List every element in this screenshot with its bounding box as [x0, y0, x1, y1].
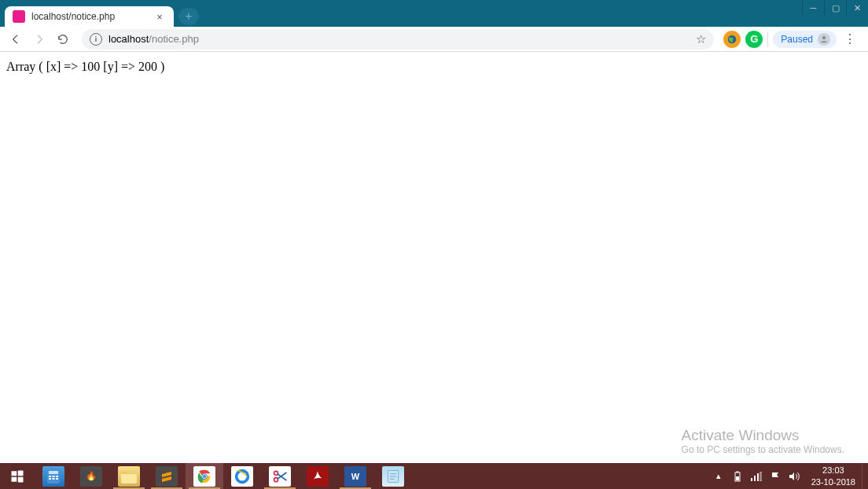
toolbar-divider — [767, 31, 768, 47]
notepad-icon — [382, 466, 404, 487]
favicon-icon — [13, 10, 25, 23]
site-info-icon[interactable]: i — [90, 33, 102, 46]
back-button[interactable] — [6, 30, 25, 49]
ie-icon — [231, 466, 253, 487]
svg-rect-25 — [751, 478, 752, 481]
taskbar-acrobat[interactable] — [299, 463, 337, 489]
taskbar-spacer — [412, 463, 708, 489]
acrobat-icon — [307, 466, 329, 487]
scissors-icon — [269, 466, 291, 487]
battery-icon[interactable] — [731, 470, 744, 483]
close-window-button[interactable]: ✕ — [846, 0, 868, 16]
taskbar-sublime[interactable] — [148, 463, 186, 489]
svg-point-1 — [822, 36, 826, 39]
clock-date: 23-10-2018 — [811, 476, 855, 487]
network-icon[interactable] — [750, 470, 763, 483]
address-bar[interactable]: i localhost/notice.php ☆ — [82, 29, 714, 50]
tab-title: localhost/notice.php — [31, 11, 153, 22]
window-controls: ─ ▢ ✕ — [802, 0, 868, 16]
taskbar-ie[interactable] — [223, 463, 261, 489]
flag-icon[interactable] — [769, 470, 782, 483]
page-content: Array ( [x] => 100 [y] => 200 ) Activate… — [0, 52, 868, 463]
calculator-icon — [42, 466, 64, 487]
taskbar-calculator[interactable] — [35, 463, 72, 489]
svg-rect-27 — [757, 473, 759, 481]
word-icon: W — [344, 466, 366, 487]
taskbar-chrome[interactable] — [186, 463, 223, 489]
paused-label: Paused — [781, 34, 813, 45]
volume-icon[interactable] — [788, 470, 800, 483]
sublime-icon — [156, 466, 178, 487]
watermark-subtitle: Go to PC settings to activate Windows. — [682, 444, 844, 455]
svg-rect-3 — [18, 470, 24, 476]
svg-rect-10 — [56, 476, 58, 477]
svg-rect-11 — [49, 478, 51, 480]
window-titlebar — [0, 0, 868, 6]
page-body-text: Array ( [x] => 100 [y] => 200 ) — [6, 60, 164, 73]
taskbar-snipping[interactable] — [261, 463, 299, 489]
globe-icon — [726, 34, 737, 45]
svg-rect-28 — [760, 472, 762, 481]
url-path: /notice.php — [149, 33, 199, 45]
extension-icon-2[interactable]: G — [745, 31, 763, 48]
new-tab-button[interactable]: + — [178, 8, 199, 25]
forward-button[interactable] — [30, 30, 49, 49]
browser-menu-button[interactable]: ⋮ — [841, 31, 859, 48]
svg-rect-23 — [736, 471, 738, 472]
reload-button[interactable] — [53, 30, 72, 49]
watermark-title: Activate Windows — [682, 427, 844, 444]
taskbar-word[interactable]: W — [337, 463, 374, 489]
windows-icon — [10, 469, 24, 483]
tray-chevron-up-icon[interactable]: ▴ — [712, 470, 725, 483]
close-tab-button[interactable]: × — [153, 10, 166, 23]
tab-strip: localhost/notice.php × + — [0, 6, 868, 27]
svg-rect-12 — [53, 478, 55, 480]
taskbar-file-explorer[interactable] — [110, 463, 148, 489]
taskbar-clock[interactable]: 23:03 23-10-2018 — [805, 463, 862, 489]
url-host: localhost — [108, 33, 149, 45]
svg-rect-13 — [56, 478, 58, 480]
fire-icon: 🔥 — [80, 466, 102, 487]
svg-rect-5 — [18, 476, 24, 482]
svg-rect-4 — [12, 476, 17, 481]
tab-active[interactable]: localhost/notice.php × — [5, 6, 174, 27]
minimize-button[interactable]: ─ — [802, 0, 824, 16]
svg-rect-2 — [12, 471, 17, 476]
svg-rect-7 — [49, 471, 58, 474]
extension-icon-1[interactable] — [723, 31, 741, 48]
svg-rect-8 — [49, 476, 51, 477]
bookmark-star-icon[interactable]: ☆ — [696, 32, 706, 46]
avatar-icon — [818, 33, 830, 46]
activate-windows-watermark: Activate Windows Go to PC settings to ac… — [682, 427, 844, 455]
folder-icon — [118, 466, 140, 487]
profile-paused-pill[interactable]: Paused — [773, 31, 837, 48]
svg-point-17 — [203, 474, 206, 477]
clock-time: 23:03 — [811, 465, 855, 476]
reload-icon — [57, 33, 69, 46]
url-text: localhost/notice.php — [108, 33, 696, 45]
taskbar-notepad[interactable] — [374, 463, 412, 489]
maximize-button[interactable]: ▢ — [824, 0, 846, 16]
svg-rect-26 — [754, 476, 756, 481]
taskbar-app-fire[interactable]: 🔥 — [72, 463, 110, 489]
arrow-right-icon — [33, 33, 46, 46]
svg-rect-9 — [53, 476, 55, 477]
svg-rect-24 — [736, 476, 739, 480]
show-desktop-button[interactable] — [862, 463, 868, 489]
taskbar: 🔥 W ▴ 23:03 23-10-2018 — [0, 463, 868, 489]
chrome-icon — [193, 466, 215, 487]
arrow-left-icon — [9, 33, 22, 46]
system-tray[interactable]: ▴ — [708, 463, 805, 489]
toolbar-right: G Paused ⋮ — [723, 31, 862, 48]
browser-toolbar: i localhost/notice.php ☆ G Paused ⋮ — [0, 27, 868, 52]
start-button[interactable] — [0, 463, 35, 489]
